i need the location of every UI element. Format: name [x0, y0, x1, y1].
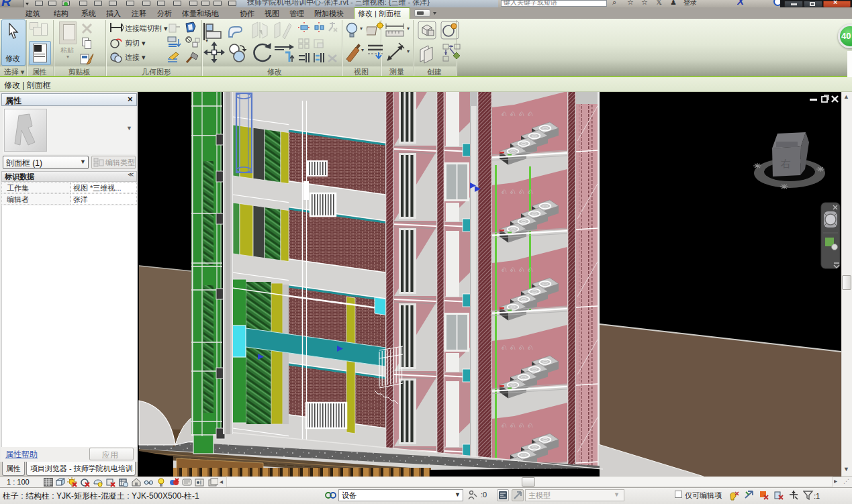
svg-text:右: 右	[780, 158, 791, 169]
